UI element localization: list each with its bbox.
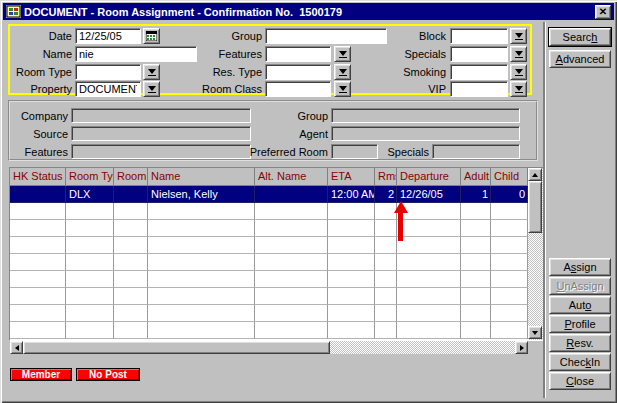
col-header-alt-name[interactable]: Alt. Name	[255, 168, 328, 186]
horizontal-scroll-thumb[interactable]	[23, 341, 330, 354]
room-class-field[interactable]	[265, 81, 331, 97]
room-type-field[interactable]	[75, 64, 141, 80]
lov-arrow-icon	[339, 69, 347, 74]
col-header-adult[interactable]: Adult	[461, 168, 491, 186]
preferred-room-label: Preferred Room	[240, 144, 328, 160]
features-label: Features	[196, 46, 262, 62]
info-group-field	[331, 108, 520, 123]
property-label: Property	[6, 81, 72, 97]
col-header-room-type[interactable]: Room Type	[66, 168, 114, 186]
features-lov-button[interactable]	[334, 46, 351, 62]
calendar-button[interactable]	[143, 28, 160, 44]
smoking-field[interactable]	[450, 64, 508, 80]
auto-button[interactable]: Auto	[549, 296, 611, 314]
vip-lov-button[interactable]	[510, 81, 527, 97]
cell-name[interactable]: Nielsen, Kelly	[148, 186, 255, 203]
table-empty-row[interactable]	[10, 322, 528, 339]
source-field	[71, 126, 251, 141]
smoking-label: Smoking	[383, 64, 446, 80]
advanced-button[interactable]: Advanced	[549, 50, 611, 68]
table-empty-row[interactable]	[10, 305, 528, 322]
table-empty-row[interactable]	[10, 203, 528, 220]
col-header-rms[interactable]: Rms	[375, 168, 397, 186]
group-field[interactable]	[265, 28, 387, 44]
cell-alt-name[interactable]	[255, 186, 328, 203]
scroll-down-button[interactable]	[528, 326, 542, 339]
scroll-up-button[interactable]	[528, 168, 542, 181]
room-class-lov-button[interactable]	[334, 81, 351, 97]
results-grid: HK Status Room Type Room Name Alt. Name …	[9, 167, 545, 341]
vip-field[interactable]	[450, 81, 508, 97]
table-empty-row[interactable]	[10, 220, 528, 237]
property-field[interactable]	[75, 81, 141, 97]
info-features-label: Features	[12, 144, 68, 160]
lov-arrow-icon	[515, 69, 523, 74]
profile-button[interactable]: Profile	[549, 315, 611, 333]
agent-field	[331, 126, 520, 141]
scroll-right-button[interactable]	[515, 341, 528, 354]
col-header-child[interactable]: Child	[491, 168, 528, 186]
lov-arrow-icon	[515, 86, 523, 91]
agent-label: Agent	[240, 126, 328, 142]
info-specials-field	[432, 144, 520, 159]
scroll-left-button[interactable]	[10, 341, 23, 354]
lov-arrow-icon	[148, 86, 156, 91]
res-type-field[interactable]	[265, 64, 331, 80]
specials-field[interactable]	[450, 46, 508, 62]
lov-arrow-icon	[339, 51, 347, 56]
vertical-scroll-thumb[interactable]	[528, 181, 542, 233]
property-lov-button[interactable]	[143, 81, 160, 97]
check-in-button[interactable]: Check In	[549, 353, 611, 371]
room-type-label: Room Type	[6, 64, 72, 80]
resv-button[interactable]: Resv.	[549, 334, 611, 352]
block-lov-button[interactable]	[510, 28, 527, 44]
col-header-room[interactable]: Room	[114, 168, 148, 186]
table-empty-row[interactable]	[10, 271, 528, 288]
grid-body: HK Status Room Type Room Name Alt. Name …	[10, 168, 528, 340]
specials-lov-button[interactable]	[510, 46, 527, 62]
date-field[interactable]	[75, 28, 141, 44]
col-header-hk-status[interactable]: HK Status	[10, 168, 66, 186]
col-header-name[interactable]: Name	[148, 168, 255, 186]
features-field[interactable]	[265, 46, 331, 62]
cell-eta[interactable]: 12:00 AM	[328, 186, 375, 203]
lov-arrow-icon	[515, 33, 523, 38]
table-empty-row[interactable]	[10, 288, 528, 305]
col-header-eta[interactable]: ETA	[328, 168, 375, 186]
company-field	[71, 108, 251, 123]
table-empty-row[interactable]	[10, 237, 528, 254]
vertical-scrollbar[interactable]	[528, 168, 543, 340]
room-assignment-window: DOCUMENT - Room Assignment - Confirmatio…	[0, 0, 617, 403]
cell-room[interactable]	[114, 186, 148, 203]
col-header-departure[interactable]: Departure	[397, 168, 461, 186]
cell-hk-status[interactable]	[10, 186, 66, 203]
arrow-up-icon	[532, 173, 538, 177]
res-type-label: Res. Type	[196, 64, 262, 80]
lov-arrow-icon	[515, 51, 523, 56]
table-empty-row[interactable]	[10, 254, 528, 271]
search-button[interactable]: Search	[549, 28, 611, 46]
source-label: Source	[12, 126, 68, 142]
name-field[interactable]	[75, 46, 197, 62]
block-label: Block	[383, 28, 446, 44]
info-specials-label: Specials	[383, 144, 429, 160]
horizontal-scrollbar[interactable]	[10, 341, 528, 354]
smoking-lov-button[interactable]	[510, 64, 527, 80]
res-type-lov-button[interactable]	[334, 64, 351, 80]
close-button[interactable]: ✕	[595, 5, 611, 19]
member-badge: Member	[10, 368, 72, 381]
title-bar[interactable]: DOCUMENT - Room Assignment - Confirmatio…	[3, 3, 614, 20]
arrow-left-icon	[15, 345, 19, 351]
close-button-action[interactable]: Close	[549, 372, 611, 390]
cell-child[interactable]: 0	[491, 186, 528, 203]
arrow-down-icon	[532, 331, 538, 335]
cell-adult[interactable]: 1	[461, 186, 491, 203]
preferred-room-field	[331, 144, 378, 159]
room-type-lov-button[interactable]	[143, 64, 160, 80]
cell-room-type[interactable]: DLX	[66, 186, 114, 203]
close-icon: ✕	[599, 7, 607, 17]
lov-arrow-icon	[148, 69, 156, 74]
assign-button[interactable]: Assign	[549, 258, 611, 276]
table-row-selected[interactable]: DLX Nielsen, Kelly 12:00 AM 2 12/26/05 1…	[10, 186, 528, 203]
block-field[interactable]	[450, 28, 508, 44]
